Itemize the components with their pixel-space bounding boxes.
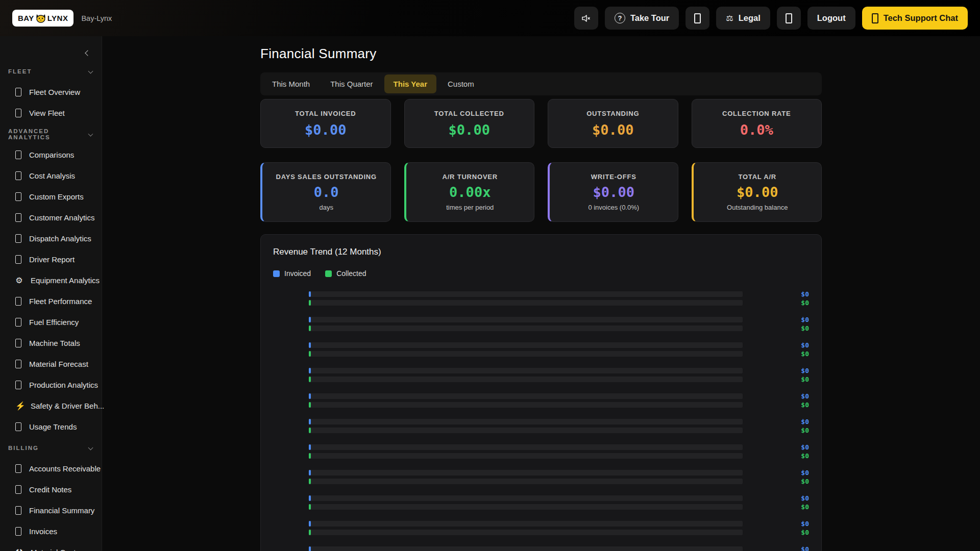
- sidebar-collapse-button[interactable]: [82, 47, 93, 58]
- metric-card-a-r-turnover: A/R TURNOVER0.00xtimes per period: [404, 162, 535, 222]
- metric-cards-row: DAYS SALES OUTSTANDING0.0daysA/R TURNOVE…: [260, 162, 822, 222]
- bar-value-sliver: [309, 479, 311, 484]
- bar-track: [309, 470, 743, 475]
- section-header-fleet[interactable]: FLEET: [0, 61, 102, 82]
- legal-button[interactable]: ⚖ Legal: [716, 7, 770, 30]
- brand-name: Bay-Lynx: [81, 14, 112, 22]
- sidebar-item-fuel-efficiency[interactable]: Fuel Efficiency: [0, 312, 102, 333]
- sidebar-item-cost-analysis[interactable]: Cost Analysis: [0, 165, 102, 186]
- metric-card-label: WRITE-OFFS: [591, 173, 636, 181]
- metric-card-days-sales-outstanding: DAYS SALES OUTSTANDING0.0days: [260, 162, 391, 222]
- sidebar-item-fleet-performance[interactable]: Fleet Performance: [0, 291, 102, 312]
- stat-card-label: TOTAL INVOICED: [295, 110, 356, 117]
- bar-track: [309, 291, 743, 297]
- metric-card-write-offs: WRITE-OFFS$0.000 invoices (0.0%): [548, 162, 678, 222]
- sidebar-item-driver-report[interactable]: Driver Report: [0, 249, 102, 270]
- sidebar-item-fleet-overview[interactable]: Fleet Overview: [0, 82, 102, 103]
- bar-value-label: $0: [743, 520, 809, 528]
- bar-track: [309, 300, 743, 306]
- stat-card-label: COLLECTION RATE: [722, 110, 791, 117]
- logout-button[interactable]: Logout: [807, 7, 855, 30]
- bar-value-sliver: [309, 368, 311, 373]
- legend-label: Invoiced: [284, 269, 311, 278]
- speaker-muted-icon: [581, 14, 591, 23]
- placeholder-glyph-icon: [15, 88, 21, 96]
- bar-value-label: $0: [743, 367, 809, 374]
- bar-value-label: $0: [743, 427, 809, 434]
- metric-card-value: $0.00: [737, 184, 778, 200]
- bar-value-sliver: [309, 453, 311, 459]
- section-header-billing[interactable]: BILLING: [0, 437, 102, 458]
- lightning-icon: ⚡: [15, 402, 23, 410]
- bar-row-invoiced: $0: [273, 368, 809, 373]
- take-tour-button[interactable]: ? Take Tour: [605, 7, 679, 30]
- stat-card-value: $0.00: [449, 122, 490, 138]
- bar-value-sliver: [309, 342, 311, 348]
- bar-track: [309, 504, 743, 510]
- bar-value-label: $0: [743, 290, 809, 298]
- sidebar-item-material-costs[interactable]: ⚒Material Costs: [0, 542, 102, 551]
- icon-button-2[interactable]: [777, 7, 801, 30]
- bar-value-label: $0: [743, 316, 809, 323]
- legend-entry-collected: Collected: [325, 269, 366, 278]
- chart-title: Revenue Trend (12 Months): [273, 247, 809, 257]
- sidebar-item-comparisons[interactable]: Comparisons: [0, 144, 102, 165]
- bar-value-sliver: [309, 317, 311, 322]
- bar-group-5: $0$0: [273, 393, 809, 408]
- bar-value-label: $0: [743, 478, 809, 485]
- sidebar-item-customer-analytics[interactable]: Customer Analytics: [0, 207, 102, 228]
- metric-card-sublabel: times per period: [446, 204, 494, 211]
- stat-card-label: OUTSTANDING: [586, 110, 639, 117]
- bar-row-collected: $0: [273, 479, 809, 484]
- sidebar-item-custom-exports[interactable]: Custom Exports: [0, 186, 102, 207]
- tab-this-quarter[interactable]: This Quarter: [321, 74, 382, 93]
- bar-row-invoiced: $0: [273, 495, 809, 501]
- mute-button[interactable]: [574, 7, 598, 30]
- tab-this-month[interactable]: This Month: [263, 74, 319, 93]
- bar-row-invoiced: $0: [273, 444, 809, 450]
- sidebar-item-accounts-receivable[interactable]: Accounts Receivable: [0, 458, 102, 479]
- tab-this-year[interactable]: This Year: [384, 74, 436, 93]
- placeholder-glyph-icon: [15, 255, 21, 264]
- sidebar-item-material-forecast[interactable]: Material Forecast: [0, 354, 102, 374]
- topbar: BAY LYNX Bay-Lynx ?: [0, 0, 980, 36]
- sidebar-item-invoices[interactable]: Invoices: [0, 521, 102, 542]
- bar-value-label: $0: [743, 299, 809, 307]
- bar-value-label: $0: [743, 503, 809, 511]
- sidebar-item-production-analytics[interactable]: Production Analytics: [0, 374, 102, 395]
- bar-row-invoiced: $0: [273, 521, 809, 527]
- bar-value-label: $0: [743, 452, 809, 460]
- bar-value-label: $0: [743, 469, 809, 477]
- crossed-hammers-icon: ⚒: [15, 548, 23, 551]
- logout-label: Logout: [817, 13, 846, 23]
- tab-custom[interactable]: Custom: [438, 74, 483, 93]
- chart-bars: $0$0$0$0$0$0$0$0$0$0$0$0$0$0$0$0$0$0$0$0…: [273, 291, 809, 551]
- take-tour-label: Take Tour: [630, 13, 669, 23]
- placeholder-glyph-icon: [872, 13, 878, 23]
- sidebar-item-dispatch-analytics[interactable]: Dispatch Analytics: [0, 228, 102, 249]
- stat-card-value: $0.00: [592, 122, 633, 138]
- period-tabs: This MonthThis QuarterThis YearCustom: [260, 72, 822, 95]
- sidebar-item-credit-notes[interactable]: Credit Notes: [0, 479, 102, 500]
- bar-row-invoiced: $0: [273, 470, 809, 475]
- bar-track: [309, 495, 743, 501]
- bar-value-label: $0: [743, 324, 809, 332]
- bar-group-4: $0$0: [273, 368, 809, 382]
- sidebar-item-safety-driver-beh[interactable]: ⚡Safety & Driver Beh...: [0, 395, 102, 416]
- revenue-trend-card: Revenue Trend (12 Months) InvoicedCollec…: [260, 234, 822, 551]
- section-header-advanced-analytics[interactable]: ADVANCED ANALYTICS: [0, 123, 102, 144]
- bar-track: [309, 317, 743, 322]
- gear-icon: ⚙: [15, 277, 23, 285]
- bar-row-invoiced: $0: [273, 419, 809, 424]
- icon-button-1[interactable]: [685, 7, 709, 30]
- sidebar-item-usage-trends[interactable]: Usage Trends: [0, 416, 102, 437]
- sidebar-item-machine-totals[interactable]: Machine Totals: [0, 333, 102, 354]
- tech-support-chat-button[interactable]: Tech Support Chat: [862, 7, 968, 30]
- sidebar-item-financial-summary[interactable]: Financial Summary: [0, 500, 102, 521]
- sidebar-item-equipment-analytics[interactable]: ⚙Equipment Analytics: [0, 270, 102, 291]
- brand-logo[interactable]: BAY LYNX: [12, 10, 74, 27]
- bar-track: [309, 368, 743, 373]
- bar-row-collected: $0: [273, 504, 809, 510]
- placeholder-glyph-icon: [15, 318, 21, 327]
- sidebar-item-view-fleet[interactable]: View Fleet: [0, 103, 102, 123]
